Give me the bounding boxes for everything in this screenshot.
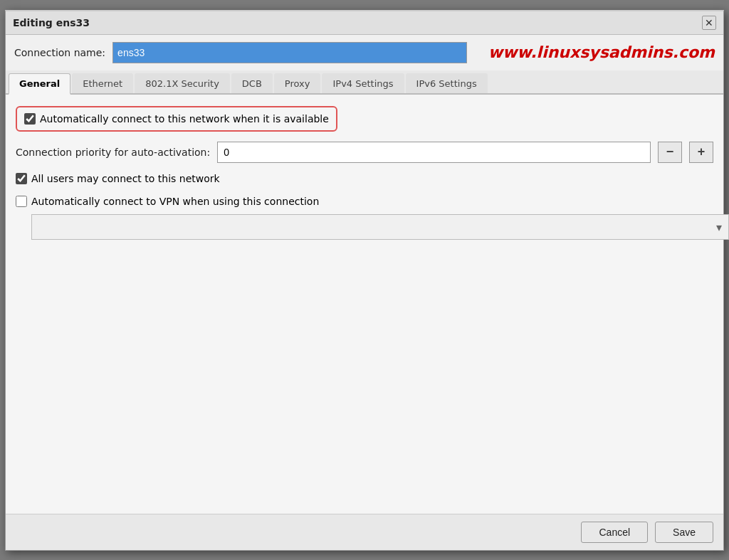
tab-ipv4-settings[interactable]: IPv4 Settings [322,73,404,93]
cancel-button[interactable]: Cancel [581,522,648,543]
all-users-label: All users may connect to this network [31,173,220,184]
connection-name-row: Connection name: www.linuxsysadmins.com [6,35,723,70]
auto-connect-row: Automatically connect to this network wh… [16,106,337,132]
plus-icon: + [698,144,706,159]
priority-label: Connection priority for auto-activation: [16,147,210,158]
connection-name-field-wrapper [112,42,467,63]
tab-dcb[interactable]: DCB [231,73,273,93]
all-users-checkbox[interactable] [16,173,27,184]
connection-name-input[interactable] [112,42,467,63]
auto-connect-label: Automatically connect to this network wh… [40,113,329,125]
close-icon: ✕ [705,17,713,28]
priority-minus-button[interactable]: − [658,142,682,163]
vpn-checkbox[interactable] [16,196,27,207]
auto-connect-checkbox[interactable] [24,113,36,125]
tab-general[interactable]: General [9,73,70,95]
close-button[interactable]: ✕ [702,16,716,30]
title-bar: Editing ens33 ✕ [6,11,723,35]
priority-row: Connection priority for auto-activation:… [16,142,713,163]
priority-plus-button[interactable]: + [689,142,713,163]
save-button[interactable]: Save [655,522,713,543]
dialog-title: Editing ens33 [13,17,90,28]
all-users-row: All users may connect to this network [16,173,713,184]
tab-ipv6-settings[interactable]: IPv6 Settings [406,73,488,93]
dialog: Editing ens33 ✕ Connection name: www.lin… [5,10,724,551]
vpn-label: Automatically connect to VPN when using … [31,196,319,207]
watermark: www.linuxsysadmins.com [488,43,715,61]
tabs: General Ethernet 802.1X Security DCB Pro… [6,70,723,95]
tab-proxy[interactable]: Proxy [274,73,321,93]
vpn-dropdown[interactable] [31,214,729,240]
vpn-row: Automatically connect to VPN when using … [16,196,713,207]
footer: Cancel Save [6,514,723,550]
connection-name-label: Connection name: [14,47,105,58]
vpn-dropdown-wrapper: ▾ [31,214,729,240]
tab-content-general: Automatically connect to this network wh… [6,95,723,514]
tab-8021x-security[interactable]: 802.1X Security [135,73,230,93]
priority-input[interactable] [217,142,651,163]
minus-icon: − [666,144,674,159]
tab-ethernet[interactable]: Ethernet [72,73,133,93]
